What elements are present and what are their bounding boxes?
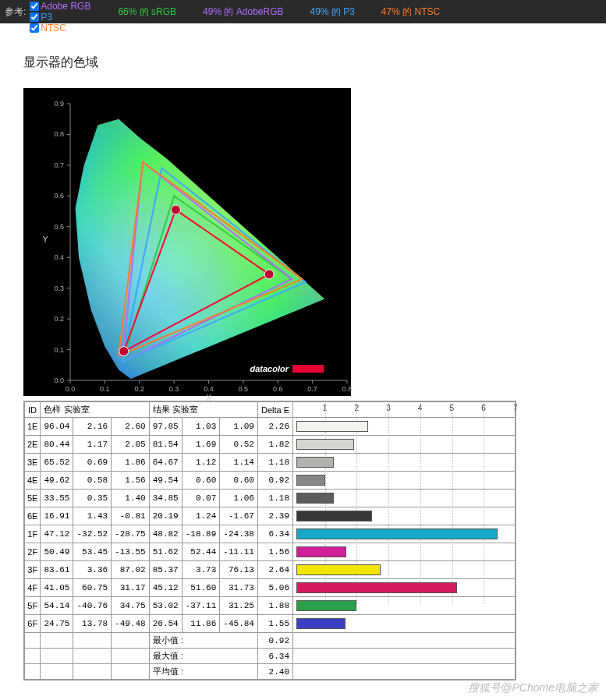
summary-row: 最小值 :0.92	[25, 633, 516, 649]
cell-result: 20.19	[149, 507, 182, 525]
cell-sample: 2.16	[73, 418, 112, 436]
cell-result: -11.11	[220, 543, 258, 561]
cell-result: 0.60	[182, 472, 220, 490]
summary-row: 最大值 :6.34	[25, 649, 516, 664]
gamut-svg: 0.00.10.20.30.40.50.60.70.80.00.10.20.30…	[31, 96, 359, 404]
table-row: 6E16.911.43-0.8120.191.24-1.672.39	[25, 507, 516, 525]
cell-result: 52.44	[182, 543, 220, 561]
cell-sample: 34.75	[112, 597, 150, 615]
cell-sample: -0.81	[112, 507, 150, 525]
cell-sample: -32.52	[73, 525, 112, 543]
cell-id: 4E	[25, 472, 41, 490]
cell-bar	[293, 597, 516, 615]
cell-sample: 80.44	[41, 436, 73, 454]
ref-checkbox-ntsc[interactable]: NTSC	[30, 23, 90, 34]
svg-text:0.3: 0.3	[54, 285, 64, 292]
ref-checkbox-input[interactable]	[30, 2, 39, 11]
cell-result: 1.06	[220, 490, 258, 507]
svg-text:0.0: 0.0	[54, 377, 64, 384]
cell-sample: 53.45	[73, 543, 112, 561]
cell-sample: 87.02	[112, 561, 150, 579]
svg-text:0.3: 0.3	[169, 385, 179, 393]
summary-label: 平均值 :	[149, 664, 257, 680]
cell-sample: 60.75	[73, 579, 112, 597]
deltae-table-wrap: ID色样 实验室结果 实验室Delta E12345671E96.042.162…	[23, 401, 516, 681]
cell-sample: 41.05	[41, 579, 73, 597]
cell-sample: 83.61	[41, 561, 73, 579]
cell-sample: 1.56	[112, 472, 150, 490]
gamut-percent: 49% 的 AdobeRGB	[203, 5, 283, 19]
cell-result: 1.03	[182, 418, 220, 436]
cell-id: 3F	[25, 561, 41, 579]
reference-label: 参考:	[5, 5, 26, 19]
cell-result: 76.13	[220, 561, 258, 579]
page-content: 显示器的色域 0.00.10.20.30.40.50.60.70.80.00.1…	[0, 23, 606, 698]
ref-checkbox-input[interactable]	[30, 12, 39, 22]
summary-value: 6.34	[257, 649, 292, 664]
svg-text:0.8: 0.8	[54, 130, 64, 138]
svg-rect-51	[292, 365, 324, 373]
cell-result: 1.14	[220, 454, 258, 472]
gamut-chart: 0.00.10.20.30.40.50.60.70.80.00.10.20.30…	[23, 88, 351, 396]
cell-sample: -49.48	[112, 615, 150, 633]
cell-result: 1.69	[182, 436, 220, 454]
cell-bar	[293, 561, 516, 579]
svg-text:0.9: 0.9	[54, 100, 64, 108]
svg-text:0.7: 0.7	[54, 161, 64, 169]
cell-sample: 2.05	[112, 436, 150, 454]
svg-text:0.6: 0.6	[54, 192, 64, 200]
cell-delta: 1.88	[257, 597, 292, 615]
svg-text:0.2: 0.2	[134, 385, 144, 393]
th-bar-scale: 1234567	[293, 402, 516, 418]
cell-bar	[293, 472, 516, 490]
cell-id: 2E	[25, 436, 41, 454]
ref-checkbox-label: Adobe RGB	[41, 1, 90, 12]
table-row: 1F47.12-32.52-28.7548.82-18.89-24.386.34	[25, 525, 516, 543]
table-row: 5E33.550.351.4034.850.071.061.18	[25, 490, 516, 507]
cell-result: -45.84	[220, 615, 258, 633]
ref-checkbox-p3[interactable]: P3	[30, 12, 90, 23]
cell-delta: 5.06	[257, 579, 292, 597]
cell-sample: 96.04	[41, 418, 73, 436]
cell-result: 97.85	[149, 418, 182, 436]
cell-delta: 1.18	[257, 490, 292, 507]
cell-bar	[293, 418, 516, 436]
cell-result: -37.11	[182, 597, 220, 615]
page-title: 显示器的色域	[23, 55, 583, 71]
cell-bar	[293, 454, 516, 472]
cell-result: -24.38	[220, 525, 258, 543]
svg-point-48	[264, 270, 274, 279]
summary-label: 最大值 :	[149, 649, 257, 664]
svg-text:0.1: 0.1	[100, 385, 110, 393]
cell-sample: 1.86	[112, 454, 150, 472]
cell-sample: 47.12	[41, 525, 73, 543]
svg-text:X: X	[206, 394, 211, 402]
ref-checkbox-label: NTSC	[41, 23, 66, 34]
ref-checkbox-adobe-rgb[interactable]: Adobe RGB	[30, 1, 90, 12]
cell-result: 0.52	[220, 436, 258, 454]
cell-result: 1.12	[182, 454, 220, 472]
cell-sample: 3.36	[73, 561, 112, 579]
cell-result: 48.82	[149, 525, 182, 543]
cell-delta: 1.56	[257, 543, 292, 561]
cell-delta: 2.26	[257, 418, 292, 436]
reference-bar: 参考: sRGBAdobe RGBP3NTSC 66% 的 sRGB49% 的 …	[0, 0, 606, 23]
cell-result: -1.67	[220, 507, 258, 525]
cell-sample: 31.17	[112, 579, 150, 597]
cell-sample: 1.40	[112, 490, 150, 507]
cell-result: 51.62	[149, 543, 182, 561]
cell-sample: 54.14	[41, 597, 73, 615]
cell-result: 3.73	[182, 561, 220, 579]
svg-text:0.7: 0.7	[307, 385, 317, 393]
cell-id: 4F	[25, 579, 41, 597]
table-row: 2F50.4953.45-13.5551.6252.44-11.111.56	[25, 543, 516, 561]
svg-text:0.0: 0.0	[66, 385, 76, 393]
svg-text:0.5: 0.5	[54, 223, 64, 231]
svg-text:Y: Y	[43, 235, 48, 244]
cell-sample: 0.35	[73, 490, 112, 507]
cell-id: 5E	[25, 490, 41, 507]
cell-result: 31.25	[220, 597, 258, 615]
ref-checkbox-input[interactable]	[30, 23, 39, 33]
table-row: 1E96.042.162.6097.851.031.092.26	[25, 418, 516, 436]
deltae-table: ID色样 实验室结果 实验室Delta E12345671E96.042.162…	[24, 401, 516, 680]
